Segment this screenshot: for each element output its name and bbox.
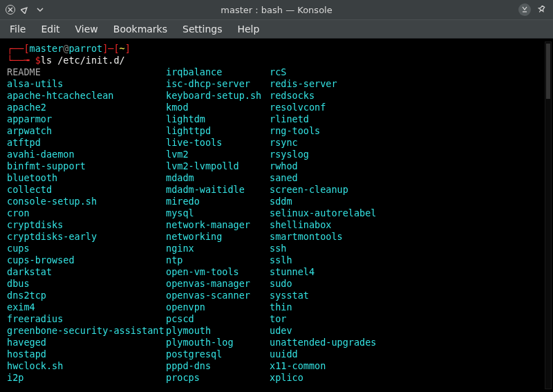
window-controls-right: [518, 3, 553, 16]
ls-entry: mdadm: [166, 172, 270, 184]
ls-entry: isc-dhcp-server: [166, 78, 270, 90]
ls-entry: smartmontools: [270, 231, 415, 243]
ls-entry: darkstat: [7, 266, 166, 278]
ls-entry: keyboard-setup.sh: [166, 90, 270, 102]
ls-entry: cups: [7, 243, 166, 254]
ls-entry: rcS: [270, 66, 415, 78]
ls-entry: cryptdisks: [7, 219, 166, 231]
ls-entry: rwhod: [270, 160, 415, 172]
ls-entry: lvm2: [166, 149, 270, 160]
titlebar: master : bash — Konsole: [0, 0, 553, 19]
ls-entry: resolvconf: [270, 102, 415, 113]
scrollbar-thumb[interactable]: [546, 44, 550, 99]
ls-entry: arpwatch: [7, 125, 166, 137]
terminal[interactable]: ┌──[master@parrot]─[~] └──╼ $ls /etc/ini…: [0, 39, 553, 392]
ls-entry: haveged: [7, 337, 166, 348]
ls-entry: dns2tcp: [7, 290, 166, 301]
command-text: ls /etc/init.d/: [41, 55, 125, 66]
ls-entry: ssh: [270, 243, 415, 254]
menu-view[interactable]: View: [75, 24, 98, 35]
ls-entry: bluetooth: [7, 172, 166, 184]
ls-entry: i2p: [7, 372, 166, 384]
menu-help[interactable]: Help: [237, 24, 259, 35]
ls-entry: console-setup.sh: [7, 196, 166, 207]
ls-entry: lightdm: [166, 113, 270, 125]
prompt-line-2: └──╼ $ls /etc/init.d/: [7, 55, 553, 66]
ls-entry: apache-htcacheclean: [7, 90, 166, 102]
ls-entry: alsa-utils: [7, 78, 166, 90]
ls-entry: open-vm-tools: [166, 266, 270, 278]
ls-entry: sysstat: [270, 290, 415, 301]
ls-entry: miredo: [166, 196, 270, 207]
ls-entry: unattended-upgrades: [270, 337, 415, 348]
menu-bookmarks[interactable]: Bookmarks: [113, 24, 167, 35]
ls-entry: pcscd: [166, 313, 270, 325]
ls-entry: irqbalance: [166, 66, 270, 78]
close-icon[interactable]: [6, 5, 15, 15]
ls-entry: lvm2-lvmpolld: [166, 160, 270, 172]
ls-entry: freeradius: [7, 313, 166, 325]
ls-entry: cron: [7, 207, 166, 219]
ls-entry: networking: [166, 231, 270, 243]
ls-entry: uuidd: [270, 348, 415, 360]
ls-entry: kmod: [166, 102, 270, 113]
ls-entry: tor: [270, 313, 415, 325]
ls-entry: collectd: [7, 184, 166, 196]
menu-settings[interactable]: Settings: [182, 24, 222, 35]
ls-entry: rng-tools: [270, 125, 415, 137]
ls-entry: lighttpd: [166, 125, 270, 137]
ls-entry: live-tools: [166, 137, 270, 149]
ls-entry: plymouth-log: [166, 337, 270, 348]
ls-entry: openvas-scanner: [166, 290, 270, 301]
ls-entry: sudo: [270, 278, 415, 290]
ls-entry: plymouth: [166, 325, 270, 337]
ls-entry: selinux-autorelabel: [270, 207, 415, 219]
ls-entry: avahi-daemon: [7, 149, 166, 160]
ls-entry: sddm: [270, 196, 415, 207]
ls-entry: x11-common: [270, 360, 415, 372]
session-menu-icon[interactable]: [518, 3, 531, 16]
window-title: master : bash — Konsole: [221, 5, 332, 15]
scrollbar[interactable]: [545, 41, 552, 389]
window-controls-left: [0, 4, 46, 15]
ls-entry: hostapd: [7, 348, 166, 360]
minimize-icon[interactable]: [35, 4, 46, 15]
ls-entry: sslh: [270, 254, 415, 266]
ls-output: READMEirqbalancercSalsa-utilsisc-dhcp-se…: [7, 66, 553, 384]
ls-entry: README: [7, 66, 166, 78]
ls-entry: exim4: [7, 301, 166, 313]
ls-entry: network-manager: [166, 219, 270, 231]
ls-entry: apparmor: [7, 113, 166, 125]
menu-file[interactable]: File: [10, 24, 26, 35]
ls-entry: shellinabox: [270, 219, 415, 231]
ls-entry: binfmt-support: [7, 160, 166, 172]
ls-entry: postgresql: [166, 348, 270, 360]
ls-entry: atftpd: [7, 137, 166, 149]
ls-entry: procps: [166, 372, 270, 384]
ls-entry: stunnel4: [270, 266, 415, 278]
ls-entry: screen-cleanup: [270, 184, 415, 196]
menubar: File Edit View Bookmarks Settings Help: [0, 19, 553, 39]
ls-entry: redis-server: [270, 78, 415, 90]
ls-entry: pppd-dns: [166, 360, 270, 372]
ls-entry: saned: [270, 172, 415, 184]
ls-entry: thin: [270, 301, 415, 313]
ls-entry: xplico: [270, 372, 415, 384]
ls-entry: apache2: [7, 102, 166, 113]
ls-entry: mysql: [166, 207, 270, 219]
ls-entry: greenbone-security-assistant: [7, 325, 166, 337]
konsole-window: master : bash — Konsole File Edit View B…: [0, 0, 553, 392]
maximize-icon[interactable]: [19, 4, 30, 15]
ls-entry: hwclock.sh: [7, 360, 166, 372]
pin-icon[interactable]: [536, 4, 547, 15]
ls-entry: cups-browsed: [7, 254, 166, 266]
ls-entry: rsyslog: [270, 149, 415, 160]
prompt-line-1: ┌──[master@parrot]─[~]: [7, 43, 553, 55]
ls-entry: rlinetd: [270, 113, 415, 125]
ls-entry: openvas-manager: [166, 278, 270, 290]
menu-edit[interactable]: Edit: [41, 24, 59, 35]
ls-entry: dbus: [7, 278, 166, 290]
ls-entry: openvpn: [166, 301, 270, 313]
ls-entry: rsync: [270, 137, 415, 149]
ls-entry: cryptdisks-early: [7, 231, 166, 243]
